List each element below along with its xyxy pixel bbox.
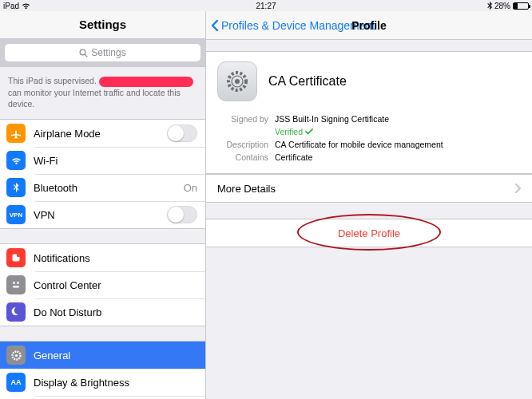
wifi-icon bbox=[22, 2, 30, 10]
sidebar-item-wifi[interactable]: Wi-Fi bbox=[0, 147, 205, 174]
delete-label: Delete Profile bbox=[338, 227, 400, 239]
toggle[interactable] bbox=[167, 124, 197, 142]
sidebar-item-notifications[interactable]: Notifications bbox=[0, 244, 205, 271]
notifications-icon bbox=[6, 248, 26, 267]
control-center-icon bbox=[6, 275, 26, 294]
svg-point-5 bbox=[17, 282, 19, 284]
signed-by-value: JSS Built-In Signing Certificate bbox=[275, 114, 389, 124]
search-icon bbox=[79, 49, 88, 57]
delete-profile-button[interactable]: Delete Profile bbox=[206, 219, 532, 247]
search-input[interactable]: Settings bbox=[5, 44, 200, 61]
sidebar-item-dnd[interactable]: Do Not Disturb bbox=[0, 298, 205, 326]
sidebar-item-label: Notifications bbox=[34, 252, 197, 264]
svg-point-4 bbox=[13, 282, 15, 284]
sidebar-item-label: Do Not Disturb bbox=[34, 306, 197, 318]
sidebar-item-general[interactable]: General bbox=[0, 342, 205, 369]
vpn-icon: VPN bbox=[6, 205, 26, 224]
carrier-label: iPad bbox=[3, 2, 19, 10]
back-button[interactable]: Profiles & Device Management bbox=[206, 18, 375, 33]
svg-point-8 bbox=[14, 354, 17, 356]
chevron-right-icon bbox=[514, 184, 521, 193]
battery-icon bbox=[513, 2, 529, 10]
supervise-notice: This iPad is supervised. can monitor you… bbox=[0, 67, 205, 119]
verified-badge: Verified bbox=[275, 127, 313, 136]
display-icon: AA bbox=[6, 373, 26, 392]
bluetooth-icon bbox=[6, 178, 26, 197]
contains-value: Certificate bbox=[275, 152, 312, 162]
status-bar: iPad 21:27 28% bbox=[0, 0, 532, 11]
sidebar-item-label: Wi-Fi bbox=[34, 155, 197, 167]
svg-point-3 bbox=[17, 254, 20, 257]
contains-label: Contains bbox=[217, 152, 268, 162]
bluetooth-value: On bbox=[184, 182, 197, 194]
settings-sidebar: Settings Settings This iPad is supervise… bbox=[0, 11, 206, 399]
toggle[interactable] bbox=[167, 206, 197, 223]
detail-header: Profiles & Device Management Profile bbox=[206, 11, 532, 40]
sidebar-item-label: General bbox=[34, 350, 197, 361]
sidebar-item-airplane[interactable]: Airplane Mode bbox=[0, 120, 205, 147]
more-details-row[interactable]: More Details bbox=[206, 174, 532, 203]
sidebar-item-label: Bluetooth bbox=[34, 182, 184, 194]
sidebar-group-general: General AA Display & Brightness Wallpape… bbox=[0, 341, 205, 399]
sidebar-item-label: Control Center bbox=[34, 279, 197, 291]
description-label: Description bbox=[217, 140, 268, 149]
chevron-left-icon bbox=[209, 18, 220, 33]
sidebar-group-connectivity: Airplane Mode Wi-Fi Bluetooth On VPN VPN bbox=[0, 119, 205, 229]
sidebar-item-control-center[interactable]: Control Center bbox=[0, 271, 205, 298]
clock: 21:27 bbox=[256, 2, 276, 10]
wifi-icon bbox=[6, 151, 26, 170]
sidebar-item-bluetooth[interactable]: Bluetooth On bbox=[0, 174, 205, 201]
detail-pane: Profiles & Device Management Profile CA … bbox=[206, 11, 532, 399]
battery-pct: 28% bbox=[494, 2, 510, 10]
profile-gear-icon bbox=[217, 61, 257, 101]
sidebar-item-display[interactable]: AA Display & Brightness bbox=[0, 369, 205, 396]
profile-name: CA Certificate bbox=[268, 74, 347, 89]
sidebar-item-wallpaper[interactable]: Wallpaper bbox=[0, 396, 205, 399]
detail-title: Profile bbox=[351, 19, 387, 32]
bluetooth-icon bbox=[487, 2, 492, 10]
redacted-org bbox=[99, 77, 193, 87]
search-placeholder: Settings bbox=[91, 47, 125, 58]
airplane-icon bbox=[6, 124, 26, 143]
sidebar-title: Settings bbox=[0, 11, 205, 39]
check-icon bbox=[305, 128, 313, 135]
sidebar-item-label: Airplane Mode bbox=[34, 128, 167, 140]
sidebar-item-vpn[interactable]: VPN VPN bbox=[0, 201, 205, 228]
profile-card: CA Certificate Signed by JSS Built-In Si… bbox=[206, 51, 532, 174]
gear-icon bbox=[6, 346, 26, 365]
description-value: CA Certificate for mobile device managem… bbox=[275, 140, 443, 149]
svg-point-12 bbox=[235, 79, 240, 84]
signed-by-label: Signed by bbox=[217, 114, 268, 124]
sidebar-item-label: Display & Brightness bbox=[34, 377, 197, 389]
profile-details: Signed by JSS Built-In Signing Certifica… bbox=[217, 113, 521, 164]
sidebar-item-label: VPN bbox=[34, 209, 167, 221]
svg-line-1 bbox=[85, 54, 88, 57]
more-details-label: More Details bbox=[217, 183, 276, 195]
sidebar-group-notifiers: Notifications Control Center Do Not Dist… bbox=[0, 243, 205, 326]
svg-rect-6 bbox=[13, 286, 19, 288]
moon-icon bbox=[6, 302, 26, 322]
